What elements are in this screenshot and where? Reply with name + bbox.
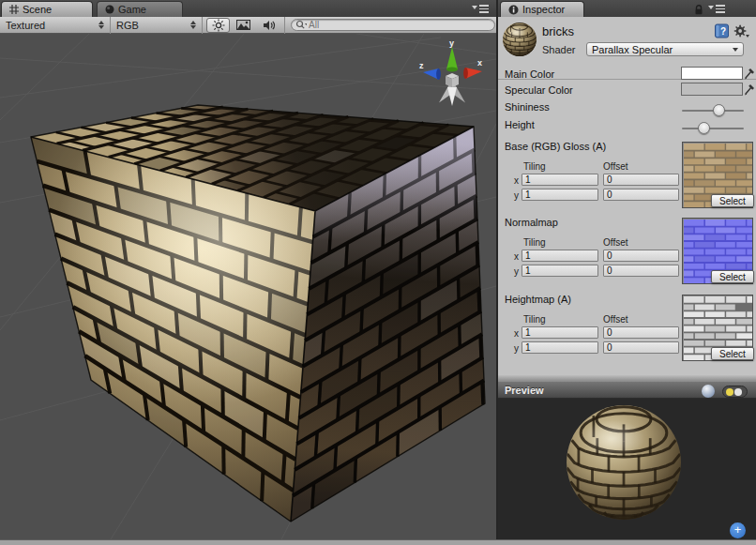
main-color-swatch[interactable] [681,67,743,80]
grid-icon [9,5,19,14]
color-mode-value: RGB [116,20,139,31]
scene-3d-view: y x z [0,34,496,539]
light-on-dot [726,388,733,396]
game-icon [105,5,114,14]
speaker-icon [263,20,276,31]
tab-game[interactable]: Game [97,1,183,17]
sun-icon [212,19,225,32]
updown-icon [98,21,104,29]
material-name: bricks [542,24,574,38]
tiling-header: Tiling [523,237,546,248]
material-sphere-thumbnail[interactable] [501,21,538,58]
slider-track[interactable] [682,128,744,129]
preview-title: Preview [505,385,544,396]
color-mode-dropdown[interactable]: RGB [111,17,203,34]
slider-thumb[interactable] [713,104,725,116]
shader-dropdown[interactable]: Parallax Specular [586,42,744,56]
draw-mode-dropdown[interactable]: Textured [0,17,111,34]
scene-search-field[interactable] [291,19,495,31]
light-off-dot [734,388,742,396]
gear-menu-icon[interactable] [733,23,749,38]
shininess-label: Shininess [505,101,550,113]
tab-scene-label: Scene [23,4,52,15]
svg-text:?: ? [720,26,726,37]
offset-x-input[interactable] [603,250,679,262]
eyedropper-icon[interactable] [744,66,756,80]
search-input[interactable] [309,20,468,30]
audio-toggle-button[interactable] [257,18,280,33]
tiling-x-input[interactable] [522,326,598,339]
tab-inspector[interactable]: Inspector [500,1,584,17]
eyedropper-icon[interactable] [744,82,756,96]
slider-thumb[interactable] [698,122,710,134]
tiling-x-input[interactable] [522,250,598,262]
tiling-y-input[interactable] [522,265,598,277]
texture-map-label: Normalmap [505,217,558,228]
tab-game-label: Game [118,4,146,15]
select-texture-button[interactable]: Select [711,270,754,283]
height-label: Height [505,119,535,130]
tiling-y-input[interactable] [522,341,598,354]
texture-map-label: Heightmap (A) [505,294,571,305]
inspector-menu-icon[interactable] [708,4,725,14]
updown-icon [190,21,196,29]
offset-header: Offset [603,237,628,248]
offset-x-input[interactable] [603,174,679,186]
select-texture-button[interactable]: Select [711,347,754,360]
tiling-y-input[interactable] [522,189,598,201]
offset-y-input[interactable] [603,265,679,277]
x-axis-label: x [514,175,519,186]
preview-lighting-toggle[interactable] [722,386,748,398]
offset-header: Offset [603,314,628,325]
gizmo-y-label: y [449,38,454,48]
inspector-tabstrip: Inspector [498,0,756,17]
offset-x-input[interactable] [603,326,679,339]
texture-map-label: Base (RGB) Gloss (A) [505,141,606,152]
scene-pane-menu-icon[interactable] [472,4,489,14]
x-axis-label: x [514,328,519,339]
unity-editor-window: Scene Game Textured RGB [0,0,756,545]
material-preview-area[interactable]: + [498,399,756,539]
lock-icon[interactable] [693,4,704,15]
offset-y-input[interactable] [603,341,679,354]
shader-label: Shader [542,44,575,55]
window-bottom-edge [0,539,756,545]
gizmo-z-label: z [419,61,424,70]
y-axis-label: y [514,266,519,277]
lighting-toggle-button[interactable] [206,18,230,33]
y-axis-label: y [514,190,519,201]
preview-sphere [498,399,756,539]
main-color-label: Main Color [505,68,554,80]
specular-color-label: Specular Color [505,84,573,96]
info-icon [508,5,519,15]
select-texture-button[interactable]: Select [711,194,754,207]
tiling-x-input[interactable] [522,174,598,186]
tiling-header: Tiling [523,314,546,325]
tab-scene[interactable]: Scene [1,1,93,17]
preview-titlebar[interactable]: Preview [498,381,756,399]
inspector-panel: bricks Shader Parallax Specular ? Main C… [498,17,756,381]
scene-toolbar: Textured RGB [0,17,496,34]
preview-model-button[interactable] [702,385,715,398]
skybox-toggle-button[interactable] [232,18,255,33]
draw-mode-value: Textured [6,20,45,31]
search-icon [295,20,307,30]
tiling-header: Tiling [523,161,546,172]
shininess-slider[interactable] [682,104,744,116]
shader-value: Parallax Specular [592,44,673,55]
add-button[interactable]: + [730,522,746,538]
specular-color-swatch[interactable] [681,83,743,96]
scene-toggle-group [203,17,285,34]
image-icon [236,20,250,30]
tab-inspector-label: Inspector [522,4,565,15]
gizmo-x-label: x [477,58,482,68]
height-slider[interactable] [682,122,744,134]
y-axis-label: y [514,343,519,354]
chevron-down-icon [733,48,738,52]
scene-tabstrip: Scene Game [0,0,496,17]
offset-header: Offset [603,161,628,172]
offset-y-input[interactable] [603,189,679,201]
scene-viewport[interactable]: y x z [0,34,496,539]
help-book-icon[interactable]: ? [715,23,729,38]
x-axis-label: x [514,251,519,262]
